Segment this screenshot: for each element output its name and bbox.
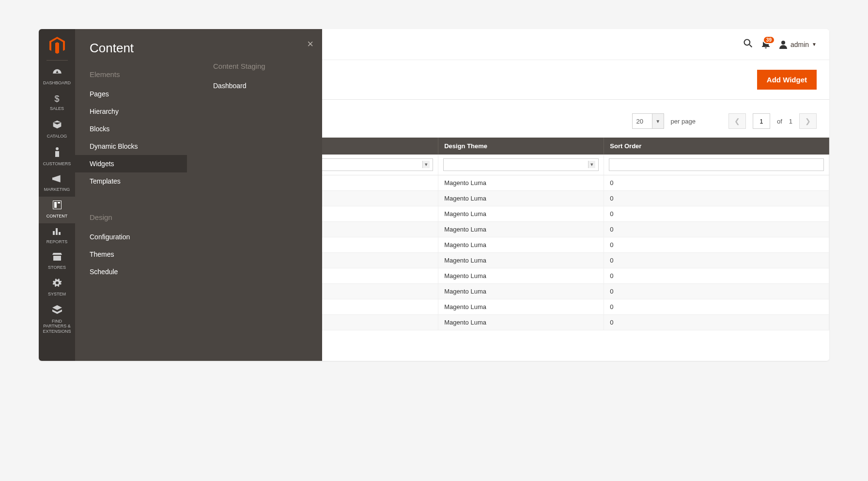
app-frame: DASHBOARD $SALES CATALOG CUSTOMERS MARKE…: [39, 29, 829, 361]
sidebar-item-customers[interactable]: CUSTOMERS: [39, 143, 75, 171]
next-page-button[interactable]: ❯: [799, 113, 817, 129]
cell-sort: 0: [604, 206, 829, 222]
user-icon: [779, 40, 788, 49]
svg-rect-4: [56, 228, 58, 235]
flyout-link-themes[interactable]: Themes: [90, 246, 187, 263]
username: admin: [790, 41, 809, 48]
notifications-button[interactable]: 39: [761, 39, 770, 50]
flyout-link-templates[interactable]: Templates: [90, 172, 187, 190]
flyout-link-schedule[interactable]: Schedule: [90, 263, 187, 280]
svg-point-6: [744, 40, 750, 46]
megaphone-icon: [40, 175, 74, 185]
sidebar-item-label: CATALOG: [47, 134, 67, 139]
svg-rect-0: [53, 201, 62, 209]
chevron-down-icon: ▼: [812, 42, 817, 47]
filter-theme-select[interactable]: [443, 158, 599, 171]
page-size-value: 20: [633, 114, 652, 128]
bars-icon: [40, 227, 74, 237]
cell-theme: Magento Luma: [438, 253, 604, 268]
page-size-select[interactable]: 20 ▼: [632, 113, 664, 129]
cell-theme: Magento Luma: [438, 206, 604, 222]
total-pages: 1: [789, 118, 792, 125]
store-icon: [40, 253, 74, 263]
admin-sidebar: DASHBOARD $SALES CATALOG CUSTOMERS MARKE…: [39, 29, 75, 361]
cell-theme: Magento Luma: [438, 191, 604, 206]
cell-sort: 0: [604, 253, 829, 268]
cell-sort: 0: [604, 299, 829, 315]
cell-sort: 0: [604, 175, 829, 191]
of-label: of: [777, 118, 782, 125]
flyout-link-widgets[interactable]: Widgets: [75, 155, 187, 172]
sidebar-item-label: SYSTEM: [48, 292, 66, 296]
sidebar-item-label: CUSTOMERS: [43, 161, 71, 166]
filter-sort-input[interactable]: [609, 158, 824, 171]
cell-theme: Magento Luma: [438, 237, 604, 253]
box-icon: [40, 120, 74, 132]
cell-theme: Magento Luma: [438, 268, 604, 284]
cell-theme: Magento Luma: [438, 315, 604, 330]
flyout-link-hierarchy[interactable]: Hierarchy: [90, 103, 187, 120]
cell-sort: 0: [604, 191, 829, 206]
notification-badge: 39: [763, 36, 775, 44]
gauge-icon: [40, 68, 74, 78]
sidebar-item-stores[interactable]: STORES: [39, 249, 75, 275]
search-icon[interactable]: [743, 38, 753, 50]
sidebar-item-label: MARKETING: [44, 187, 70, 192]
cell-theme: Magento Luma: [438, 175, 604, 191]
sidebar-item-label: REPORTS: [46, 239, 67, 244]
flyout-link-dynamic-blocks[interactable]: Dynamic Blocks: [90, 138, 187, 155]
svg-rect-5: [59, 232, 61, 235]
cell-sort: 0: [604, 284, 829, 299]
layout-icon: [40, 201, 74, 212]
flyout-title: Content: [90, 41, 187, 56]
column-sort[interactable]: Sort Order: [604, 138, 829, 155]
gear-icon: [40, 279, 74, 290]
sidebar-item-reports[interactable]: REPORTS: [39, 223, 75, 249]
svg-line-7: [749, 45, 752, 47]
flyout-link-staging-dashboard[interactable]: Dashboard: [213, 77, 310, 94]
sidebar-item-marketing[interactable]: MARKETING: [39, 171, 75, 197]
svg-rect-3: [53, 231, 55, 235]
sidebar-item-dashboard[interactable]: DASHBOARD: [39, 64, 75, 90]
cell-sort: 0: [604, 315, 829, 330]
close-icon[interactable]: ×: [307, 38, 313, 50]
cell-sort: 0: [604, 237, 829, 253]
sidebar-item-label: DASHBOARD: [43, 80, 71, 85]
flyout-section-staging: Content Staging: [213, 62, 310, 70]
sidebar-item-catalog[interactable]: CATALOG: [39, 116, 75, 143]
sidebar-item-label: STORES: [48, 265, 66, 270]
magento-logo[interactable]: [48, 37, 66, 54]
add-widget-button[interactable]: Add Widget: [757, 70, 817, 90]
divider: [46, 60, 68, 61]
user-menu[interactable]: admin ▼: [779, 40, 817, 49]
cell-theme: Magento Luma: [438, 284, 604, 299]
cell-theme: Magento Luma: [438, 299, 604, 315]
sidebar-item-partners[interactable]: FIND PARTNERS & EXTENSIONS: [39, 301, 75, 339]
chevron-down-icon: ▼: [652, 114, 664, 128]
flyout-section-design: Design: [90, 213, 187, 221]
svg-rect-2: [58, 202, 60, 203]
flyout-link-configuration[interactable]: Configuration: [90, 228, 187, 246]
dollar-icon: $: [40, 94, 74, 104]
svg-rect-1: [54, 202, 57, 208]
per-page-label: per page: [671, 118, 696, 125]
content-flyout: × Content Elements Pages Hierarchy Block…: [75, 29, 322, 361]
sidebar-item-label: SALES: [50, 106, 64, 111]
person-icon: [40, 147, 74, 159]
flyout-link-pages[interactable]: Pages: [90, 85, 187, 103]
sidebar-item-system[interactable]: SYSTEM: [39, 275, 75, 301]
flyout-link-blocks[interactable]: Blocks: [90, 120, 187, 138]
cell-theme: Magento Luma: [438, 222, 604, 237]
sidebar-item-content[interactable]: CONTENT: [39, 197, 75, 223]
cell-sort: 0: [604, 222, 829, 237]
svg-point-8: [781, 41, 785, 45]
partners-icon: [40, 305, 74, 317]
sidebar-item-sales[interactable]: $SALES: [39, 90, 75, 116]
page-number-input[interactable]: [753, 113, 770, 129]
prev-page-button[interactable]: ❮: [728, 113, 746, 129]
cell-sort: 0: [604, 268, 829, 284]
sidebar-item-label: FIND PARTNERS & EXTENSIONS: [43, 319, 71, 334]
sidebar-item-label: CONTENT: [46, 214, 68, 218]
column-theme[interactable]: Design Theme: [438, 138, 604, 155]
flyout-section-elements: Elements: [90, 70, 187, 78]
